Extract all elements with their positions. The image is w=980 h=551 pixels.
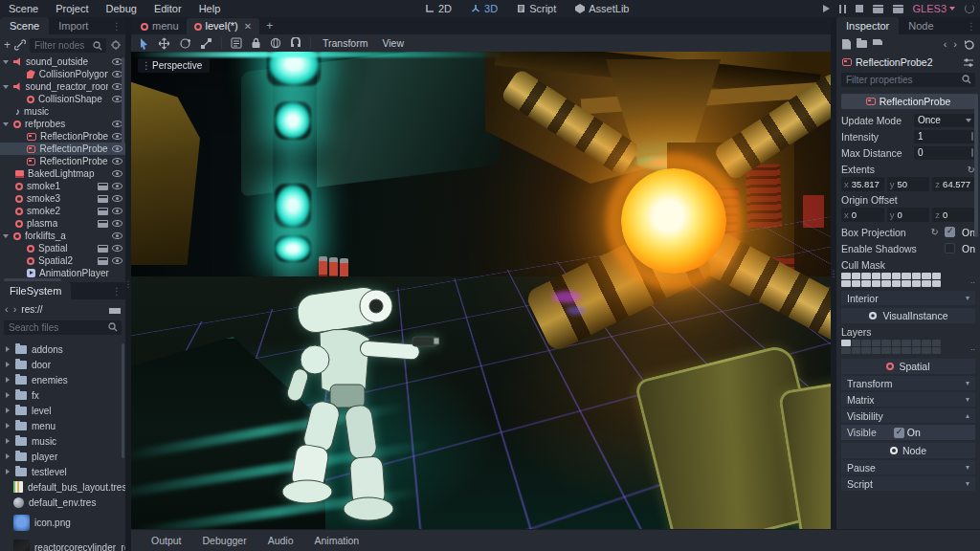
tree-node-collisionpolygon[interactable]: CollisionPolygon — [0, 68, 125, 80]
new-scene-tab-button[interactable]: + — [259, 18, 279, 34]
transform-menu[interactable]: Transform — [320, 37, 370, 49]
play-button[interactable] — [823, 5, 830, 12]
object-tools-icon[interactable] — [963, 57, 974, 68]
tree-node-reflectionprobe[interactable]: ReflectionProbe — [0, 130, 125, 143]
preview-icon[interactable] — [98, 183, 108, 190]
dock-splitter[interactable]: ⋮ — [125, 17, 131, 551]
tab-inspector[interactable]: Inspector — [836, 17, 899, 34]
menu-help[interactable]: Help — [190, 0, 230, 17]
save-resource-icon[interactable] — [873, 39, 882, 49]
extents-z-field[interactable]: z64.577 — [932, 177, 975, 191]
update-mode-dropdown[interactable]: Once — [914, 114, 975, 127]
group-visibility[interactable]: Visibility▴ — [841, 408, 975, 423]
tree-node-smoke1[interactable]: smoke1 — [0, 180, 125, 192]
preview-icon[interactable] — [98, 195, 108, 203]
folder-player[interactable]: player — [0, 449, 125, 464]
split-view-toggle-icon[interactable] — [109, 304, 121, 314]
group-transform[interactable]: Transform▾ — [841, 376, 975, 390]
extents-x-field[interactable]: x35.817 — [841, 177, 884, 191]
panel-menu-icon[interactable]: ⋮ — [963, 19, 980, 34]
tab-scene[interactable]: Scene — [0, 17, 49, 34]
history-icon[interactable] — [964, 39, 974, 50]
view-menu[interactable]: View — [379, 37, 407, 49]
box-projection-checkbox[interactable] — [945, 227, 955, 237]
scene-tree-options-icon[interactable] — [110, 39, 122, 51]
tree-node-plasma[interactable]: plasma — [0, 217, 125, 230]
menu-debug[interactable]: Debug — [97, 0, 145, 17]
group-interior[interactable]: Interior▾ — [841, 291, 975, 305]
tree-node-spatial[interactable]: Spatial — [0, 242, 125, 254]
mode-2d[interactable]: 2D — [417, 0, 459, 17]
layers-grid[interactable] — [841, 340, 941, 354]
mode-assetlib[interactable]: AssetLib — [568, 0, 636, 17]
select-tool-icon[interactable] — [138, 37, 149, 50]
section-node[interactable]: Node — [841, 443, 975, 458]
class-header-reflectionprobe[interactable]: ReflectionProbe — [841, 94, 975, 109]
new-resource-icon[interactable] — [842, 39, 851, 50]
expand-arrow-icon[interactable] — [6, 362, 10, 367]
tree-node-collisionshape[interactable]: CollisionShape — [0, 93, 125, 105]
menu-scene[interactable]: Scene — [0, 0, 47, 17]
folder-fx[interactable]: fx — [0, 387, 125, 403]
snap-icon[interactable] — [290, 37, 301, 49]
expand-arrow-icon[interactable] — [6, 408, 10, 413]
panel-menu-icon[interactable]: ⋮ — [108, 19, 125, 34]
load-resource-icon[interactable] — [857, 40, 867, 48]
instance-scene-button[interactable] — [14, 39, 26, 51]
group-matrix[interactable]: Matrix▾ — [841, 392, 975, 407]
visible-checkbox[interactable] — [894, 428, 904, 438]
file-default-env[interactable]: default_env.tres — [0, 495, 125, 510]
visibility-eye-icon[interactable] — [112, 145, 122, 152]
update-spinner-icon[interactable] — [965, 4, 974, 13]
enable-shadows-checkbox[interactable] — [945, 243, 955, 253]
cull-mask-grid[interactable] — [841, 273, 941, 287]
expand-arrow-icon[interactable] — [6, 453, 10, 459]
history-back-icon[interactable]: ‹ — [944, 38, 947, 50]
history-forward-icon[interactable]: › — [953, 38, 957, 50]
scene-tab-level[interactable]: level(*)✕ — [187, 18, 260, 34]
file-icon-png[interactable]: icon.png — [0, 510, 125, 535]
add-node-button[interactable]: + — [4, 39, 11, 51]
tab-output[interactable]: Output — [143, 530, 190, 551]
collapse-arrow-icon[interactable] — [3, 234, 9, 238]
rotate-tool-icon[interactable] — [179, 37, 191, 50]
expand-arrow-icon[interactable] — [6, 469, 10, 474]
tree-node-sound-reactor-room[interactable]: sound_reactor_room — [0, 80, 125, 93]
visibility-eye-icon[interactable] — [112, 257, 122, 264]
play-custom-scene-button[interactable] — [893, 5, 903, 13]
horizontal-scrollbar[interactable] — [4, 278, 61, 281]
inspector-scrollbar[interactable] — [974, 94, 978, 237]
preview-icon[interactable] — [98, 257, 108, 265]
section-visualinstance[interactable]: VisualInstance — [841, 308, 975, 323]
origin-x-field[interactable]: x0 — [841, 208, 884, 222]
list-select-icon[interactable] — [231, 37, 242, 49]
tree-node-smoke2[interactable]: smoke2 — [0, 205, 125, 217]
visibility-eye-icon[interactable] — [112, 183, 122, 189]
lock-icon[interactable] — [251, 37, 261, 49]
folder-level[interactable]: level — [0, 403, 125, 418]
tab-node[interactable]: Node — [899, 17, 943, 34]
play-scene-button[interactable] — [873, 5, 883, 13]
folder-testlevel[interactable]: testlevel — [0, 464, 125, 479]
mask-expand-button[interactable]: .. — [970, 276, 975, 285]
expand-arrow-icon[interactable] — [6, 377, 10, 383]
preview-icon[interactable] — [98, 245, 108, 253]
expand-arrow-icon[interactable] — [6, 392, 10, 398]
expand-arrow-icon[interactable] — [6, 438, 10, 444]
tree-node-spatial2[interactable]: Spatial2 — [0, 254, 125, 267]
visibility-eye-icon[interactable] — [112, 245, 122, 252]
nav-back-icon[interactable]: ‹ — [5, 303, 9, 315]
panel-menu-icon[interactable]: ⋮ — [108, 284, 125, 299]
tree-node-animationplayer[interactable]: AnimationPlayer — [0, 267, 125, 278]
inspector-splitter[interactable]: ⋮ — [831, 17, 836, 529]
vertical-scrollbar[interactable] — [122, 57, 124, 143]
move-tool-icon[interactable] — [158, 37, 170, 50]
folder-music[interactable]: music — [0, 433, 125, 449]
mask-expand-button[interactable]: .. — [970, 342, 975, 352]
vertical-scrollbar[interactable] — [122, 343, 124, 458]
tree-node-reflectionprobe2-selected[interactable]: ReflectionProbe2 — [0, 143, 125, 155]
section-spatial[interactable]: Spatial — [841, 359, 975, 374]
3d-viewport[interactable]: Perspective — [131, 52, 836, 529]
visibility-eye-icon[interactable] — [112, 232, 122, 239]
visibility-eye-icon[interactable] — [112, 220, 122, 227]
